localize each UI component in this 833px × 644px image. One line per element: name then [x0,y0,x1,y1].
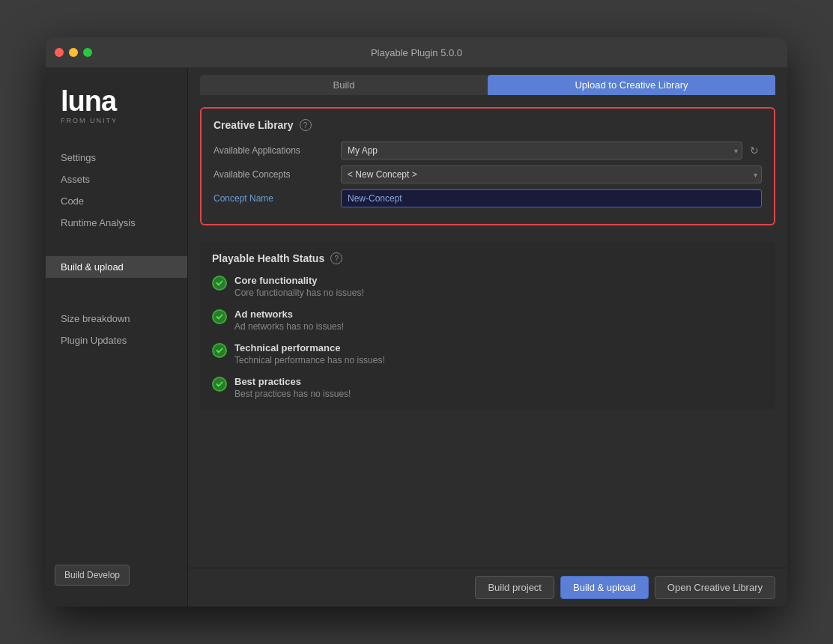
health-item-desc-core: Core functionality has no issues! [234,288,364,298]
available-concepts-label: Available Concepts [213,169,341,180]
available-applications-label: Available Applications [213,145,341,156]
sidebar-item-build-upload[interactable]: Build & upload [46,256,187,278]
health-item-title-core: Core functionality [234,275,364,286]
creative-library-title: Creative Library [213,119,294,131]
refresh-button[interactable]: ↻ [747,143,762,158]
traffic-lights [55,48,92,57]
health-status-section: Playable Health Status ? Core functional… [200,242,775,410]
health-item-title-ad-networks: Ad networks [234,309,344,320]
build-upload-button[interactable]: Build & upload [560,576,649,599]
content-area: Creative Library ? Available Application… [188,95,787,568]
creative-library-help-icon[interactable]: ? [300,119,312,131]
top-tabs: Build Upload to Creative Library [188,67,787,95]
logo-area: luna FROM UNITY [46,75,187,139]
concept-name-input[interactable] [341,189,762,207]
available-concepts-control: < New Concept > [341,165,762,183]
creative-library-header: Creative Library ? [213,119,762,131]
health-item-desc-technical: Technical performance has no issues! [234,355,385,365]
available-applications-row: Available Applications My App ↻ [213,142,762,160]
health-text-technical: Technical performance Technical performa… [234,342,385,365]
health-status-header: Playable Health Status ? [212,252,763,264]
bottom-bar: Build project Build & upload Open Creati… [188,568,787,607]
health-text-core: Core functionality Core functionality ha… [234,275,364,298]
window-body: luna FROM UNITY Settings Assets Code Run… [46,67,787,607]
available-applications-select-wrapper: My App [341,142,742,160]
concept-name-label[interactable]: Concept Name [213,193,341,204]
sidebar-item-code[interactable]: Code [46,190,187,212]
check-icon-technical [212,343,227,358]
logo-text: luna [61,87,172,115]
health-item-best-practices: Best practices Best practices has no iss… [212,376,763,399]
creative-library-section: Creative Library ? Available Application… [200,107,775,225]
nav-divider-2 [46,285,187,300]
health-item-title-technical: Technical performance [234,342,385,353]
available-concepts-select[interactable]: < New Concept > [341,165,762,183]
health-item-desc-ad-networks: Ad networks has no issues! [234,321,344,332]
open-creative-library-button[interactable]: Open Creative Library [655,576,775,599]
concept-name-control [341,189,762,207]
sidebar-item-assets[interactable]: Assets [46,168,187,190]
health-status-title: Playable Health Status [212,252,324,264]
sidebar-item-plugin-updates[interactable]: Plugin Updates [46,329,187,351]
minimize-button[interactable] [69,48,78,57]
health-status-help-icon[interactable]: ? [330,252,342,264]
build-develop-button[interactable]: Build Develop [55,565,130,586]
check-icon-best-practices [212,377,227,392]
sidebar-bottom: Build Develop [46,551,187,599]
health-item-technical: Technical performance Technical performa… [212,342,763,365]
check-icon-core [212,276,227,291]
close-button[interactable] [55,48,64,57]
health-text-ad-networks: Ad networks Ad networks has no issues! [234,309,344,332]
sidebar-item-size-breakdown[interactable]: Size breakdown [46,308,187,329]
logo-sub: FROM UNITY [61,117,172,124]
main-content: Build Upload to Creative Library Creativ… [188,67,787,607]
check-icon-ad-networks [212,309,227,324]
health-item-core: Core functionality Core functionality ha… [212,275,763,298]
available-applications-select[interactable]: My App [341,142,742,160]
health-text-best-practices: Best practices Best practices has no iss… [234,376,351,399]
nav-items: Settings Assets Code Runtime Analysis [46,139,187,241]
available-concepts-select-wrapper: < New Concept > [341,165,762,183]
health-item-title-best-practices: Best practices [234,376,351,387]
window-title: Playable Plugin 5.0.0 [371,47,462,58]
tab-upload[interactable]: Upload to Creative Library [488,75,775,95]
sidebar-item-settings[interactable]: Settings [46,147,187,168]
titlebar: Playable Plugin 5.0.0 [46,37,787,67]
build-project-button[interactable]: Build project [475,576,554,599]
sidebar: luna FROM UNITY Settings Assets Code Run… [46,67,188,607]
health-item-desc-best-practices: Best practices has no issues! [234,389,351,399]
sidebar-item-runtime-analysis[interactable]: Runtime Analysis [46,212,187,234]
available-applications-control: My App ↻ [341,142,762,160]
health-item-ad-networks: Ad networks Ad networks has no issues! [212,309,763,332]
tab-build[interactable]: Build [200,75,488,95]
concept-name-row: Concept Name [213,189,762,207]
main-window: Playable Plugin 5.0.0 luna FROM UNITY Se… [46,37,787,607]
available-concepts-row: Available Concepts < New Concept > [213,165,762,183]
maximize-button[interactable] [83,48,92,57]
